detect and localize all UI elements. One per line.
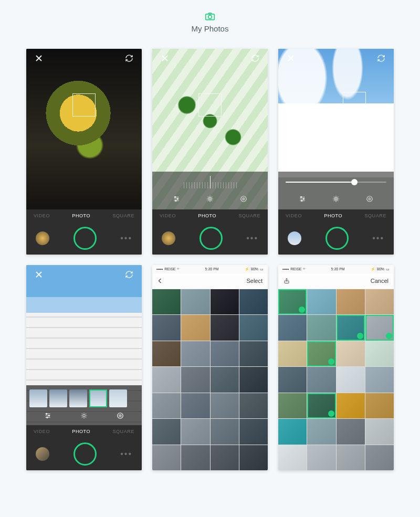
photo-cell[interactable] <box>278 445 307 471</box>
photo-cell[interactable] <box>337 315 365 341</box>
photo-cell[interactable] <box>307 289 335 315</box>
brightness-icon[interactable] <box>330 194 342 204</box>
photo-cell[interactable] <box>211 341 239 367</box>
close-icon[interactable] <box>159 52 171 65</box>
viewfinder[interactable] <box>278 49 394 209</box>
switch-camera-icon[interactable] <box>123 52 135 65</box>
share-button[interactable] <box>284 278 290 284</box>
photo-cell[interactable] <box>181 341 209 367</box>
photo-cell[interactable] <box>365 419 394 445</box>
photo-cell[interactable] <box>365 315 394 341</box>
photo-cell[interactable] <box>337 445 365 471</box>
photo-cell[interactable] <box>181 315 209 341</box>
sliders-icon[interactable] <box>41 410 54 421</box>
photo-cell[interactable] <box>181 289 209 315</box>
select-button[interactable]: Select <box>246 278 262 284</box>
photo-cell[interactable] <box>152 289 181 315</box>
mode-video[interactable]: VIDEO <box>160 213 176 218</box>
mode-square[interactable]: SQUARE <box>238 213 260 218</box>
mode-photo[interactable]: PHOTO <box>72 429 90 434</box>
vignette-icon[interactable] <box>237 194 250 204</box>
shutter-button[interactable] <box>200 227 223 250</box>
photo-cell[interactable] <box>239 315 268 341</box>
photo-grid[interactable] <box>278 289 394 471</box>
close-icon[interactable] <box>285 52 297 65</box>
close-icon[interactable] <box>33 52 45 65</box>
photo-cell[interactable] <box>152 419 181 445</box>
photo-cell[interactable] <box>337 393 365 419</box>
photo-cell[interactable] <box>307 341 335 367</box>
exposure-scale[interactable] <box>160 176 260 188</box>
photo-cell[interactable] <box>307 315 335 341</box>
photo-cell[interactable] <box>337 341 365 367</box>
photo-cell[interactable] <box>152 393 181 419</box>
brightness-icon[interactable] <box>78 410 90 421</box>
more-icon[interactable]: ••• <box>372 234 384 242</box>
mode-square[interactable]: SQUARE <box>112 429 134 434</box>
more-icon[interactable]: ••• <box>120 450 132 458</box>
photo-cell[interactable] <box>307 419 335 445</box>
photo-cell[interactable] <box>211 419 239 445</box>
cancel-button[interactable]: Cancel <box>371 278 388 284</box>
vignette-icon[interactable] <box>363 194 376 204</box>
photo-cell[interactable] <box>152 315 181 341</box>
mode-photo[interactable]: PHOTO <box>72 213 90 218</box>
viewfinder[interactable] <box>152 49 268 209</box>
photo-cell[interactable] <box>211 315 239 341</box>
photo-cell[interactable] <box>211 289 239 315</box>
photo-cell[interactable] <box>365 393 394 419</box>
photo-cell[interactable] <box>307 393 335 419</box>
back-button[interactable] <box>158 278 163 283</box>
mode-video[interactable]: VIDEO <box>34 429 50 434</box>
mode-photo[interactable]: PHOTO <box>198 213 216 218</box>
photo-cell[interactable] <box>239 367 268 393</box>
photo-cell[interactable] <box>365 289 394 315</box>
photo-cell[interactable] <box>211 393 239 419</box>
photo-cell[interactable] <box>181 393 209 419</box>
more-icon[interactable]: ••• <box>120 234 132 242</box>
viewfinder[interactable] <box>26 49 142 209</box>
sliders-icon[interactable] <box>170 194 183 204</box>
photo-cell[interactable] <box>181 419 209 445</box>
gallery-thumbnail[interactable] <box>36 447 49 461</box>
photo-cell[interactable] <box>239 419 268 445</box>
switch-camera-icon[interactable] <box>249 52 261 65</box>
mode-square[interactable]: SQUARE <box>112 213 134 218</box>
photo-cell[interactable] <box>211 445 239 471</box>
photo-cell[interactable] <box>307 445 335 471</box>
photo-cell[interactable] <box>181 367 209 393</box>
mode-video[interactable]: VIDEO <box>34 213 50 218</box>
more-icon[interactable]: ••• <box>246 234 258 242</box>
photo-cell[interactable] <box>278 315 307 341</box>
brightness-icon[interactable] <box>204 194 216 204</box>
photo-cell[interactable] <box>337 289 365 315</box>
photo-cell[interactable] <box>239 445 268 471</box>
viewfinder[interactable] <box>26 265 142 426</box>
filter-thumb[interactable] <box>49 389 67 407</box>
shutter-button[interactable] <box>74 227 97 250</box>
photo-cell[interactable] <box>278 289 307 315</box>
photo-cell[interactable] <box>239 341 268 367</box>
vignette-icon[interactable] <box>114 410 127 421</box>
filter-thumb[interactable] <box>89 389 107 407</box>
filter-thumb[interactable] <box>69 389 87 407</box>
photo-cell[interactable] <box>239 393 268 419</box>
sliders-icon[interactable] <box>296 194 309 204</box>
mode-square[interactable]: SQUARE <box>364 213 386 218</box>
photo-cell[interactable] <box>152 367 181 393</box>
close-icon[interactable] <box>33 268 45 281</box>
filter-thumbnails[interactable] <box>29 389 139 407</box>
photo-cell[interactable] <box>365 341 394 367</box>
photo-cell[interactable] <box>337 419 365 445</box>
photo-cell[interactable] <box>278 341 307 367</box>
photo-cell[interactable] <box>278 367 307 393</box>
switch-camera-icon[interactable] <box>123 268 135 281</box>
shutter-button[interactable] <box>326 227 349 250</box>
mode-photo[interactable]: PHOTO <box>324 213 342 218</box>
brightness-slider[interactable] <box>286 176 386 188</box>
photo-cell[interactable] <box>152 445 181 471</box>
switch-camera-icon[interactable] <box>375 52 387 65</box>
gallery-thumbnail[interactable] <box>288 231 301 245</box>
photo-cell[interactable] <box>181 445 209 471</box>
photo-cell[interactable] <box>365 445 394 471</box>
